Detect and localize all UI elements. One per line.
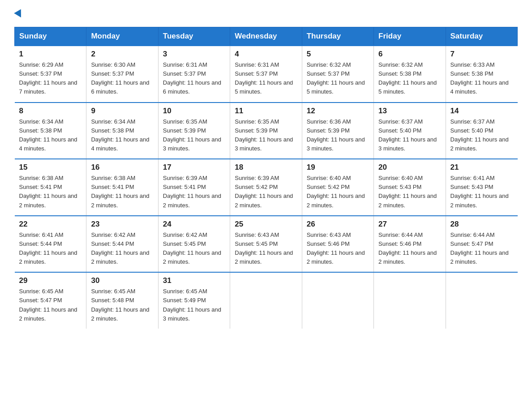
- day-info: Sunrise: 6:41 AMSunset: 5:43 PMDaylight:…: [450, 174, 513, 210]
- day-number: 11: [235, 107, 297, 116]
- calendar-cell: 9Sunrise: 6:34 AMSunset: 5:38 PMDaylight…: [86, 103, 158, 159]
- calendar-cell: 24Sunrise: 6:42 AMSunset: 5:45 PMDayligh…: [158, 216, 230, 273]
- day-info: Sunrise: 6:38 AMSunset: 5:41 PMDaylight:…: [19, 174, 82, 210]
- calendar-cell: [446, 272, 517, 329]
- day-info: Sunrise: 6:31 AMSunset: 5:37 PMDaylight:…: [163, 60, 225, 97]
- day-info: Sunrise: 6:40 AMSunset: 5:43 PMDaylight:…: [378, 174, 441, 210]
- day-info: Sunrise: 6:43 AMSunset: 5:46 PMDaylight:…: [307, 231, 369, 267]
- day-info: Sunrise: 6:32 AMSunset: 5:37 PMDaylight:…: [307, 60, 369, 97]
- day-info: Sunrise: 6:39 AMSunset: 5:41 PMDaylight:…: [163, 174, 225, 210]
- calendar-cell: 10Sunrise: 6:35 AMSunset: 5:39 PMDayligh…: [158, 103, 230, 159]
- header-monday: Monday: [86, 27, 158, 46]
- calendar-cell: 23Sunrise: 6:42 AMSunset: 5:44 PMDayligh…: [86, 216, 158, 273]
- day-number: 15: [19, 163, 82, 172]
- day-info: Sunrise: 6:44 AMSunset: 5:46 PMDaylight:…: [378, 231, 441, 267]
- day-number: 16: [91, 163, 153, 172]
- header-thursday: Thursday: [302, 27, 373, 46]
- calendar-cell: 13Sunrise: 6:37 AMSunset: 5:40 PMDayligh…: [374, 103, 446, 159]
- day-number: 12: [307, 107, 369, 116]
- calendar-cell: 17Sunrise: 6:39 AMSunset: 5:41 PMDayligh…: [158, 159, 230, 216]
- day-number: 5: [307, 50, 369, 59]
- day-number: 3: [163, 50, 225, 59]
- day-info: Sunrise: 6:45 AMSunset: 5:48 PMDaylight:…: [91, 287, 153, 323]
- calendar-cell: 5Sunrise: 6:32 AMSunset: 5:37 PMDaylight…: [302, 46, 373, 103]
- day-number: 23: [91, 220, 153, 229]
- calendar-cell: 21Sunrise: 6:41 AMSunset: 5:43 PMDayligh…: [446, 159, 517, 216]
- header-saturday: Saturday: [446, 27, 517, 46]
- calendar-cell: 18Sunrise: 6:39 AMSunset: 5:42 PMDayligh…: [230, 159, 302, 216]
- day-info: Sunrise: 6:41 AMSunset: 5:44 PMDaylight:…: [19, 231, 82, 267]
- day-info: Sunrise: 6:40 AMSunset: 5:42 PMDaylight:…: [307, 174, 369, 210]
- day-number: 18: [235, 163, 297, 172]
- calendar-cell: 30Sunrise: 6:45 AMSunset: 5:48 PMDayligh…: [86, 272, 158, 329]
- day-info: Sunrise: 6:30 AMSunset: 5:37 PMDaylight:…: [91, 60, 153, 97]
- calendar-cell: 31Sunrise: 6:45 AMSunset: 5:49 PMDayligh…: [158, 272, 230, 329]
- day-number: 13: [378, 107, 441, 116]
- day-number: 4: [235, 50, 297, 59]
- calendar-cell: [374, 272, 446, 329]
- calendar-cell: 29Sunrise: 6:45 AMSunset: 5:47 PMDayligh…: [15, 272, 86, 329]
- day-number: 19: [307, 163, 369, 172]
- header-friday: Friday: [374, 27, 446, 46]
- day-info: Sunrise: 6:35 AMSunset: 5:39 PMDaylight:…: [235, 117, 297, 154]
- day-info: Sunrise: 6:36 AMSunset: 5:39 PMDaylight:…: [307, 117, 369, 154]
- calendar-cell: 4Sunrise: 6:31 AMSunset: 5:37 PMDaylight…: [230, 46, 302, 103]
- page-header: [14, 11, 518, 20]
- week-row-3: 15Sunrise: 6:38 AMSunset: 5:41 PMDayligh…: [15, 159, 518, 216]
- day-info: Sunrise: 6:42 AMSunset: 5:45 PMDaylight:…: [163, 231, 225, 267]
- calendar-cell: 14Sunrise: 6:37 AMSunset: 5:40 PMDayligh…: [446, 103, 517, 159]
- header-sunday: Sunday: [15, 27, 86, 46]
- week-row-2: 8Sunrise: 6:34 AMSunset: 5:38 PMDaylight…: [15, 103, 518, 159]
- week-row-4: 22Sunrise: 6:41 AMSunset: 5:44 PMDayligh…: [15, 216, 518, 273]
- day-info: Sunrise: 6:42 AMSunset: 5:44 PMDaylight:…: [91, 231, 153, 267]
- day-number: 17: [163, 163, 225, 172]
- day-info: Sunrise: 6:43 AMSunset: 5:45 PMDaylight:…: [235, 231, 297, 267]
- day-number: 20: [378, 163, 441, 172]
- calendar-cell: 20Sunrise: 6:40 AMSunset: 5:43 PMDayligh…: [374, 159, 446, 216]
- calendar-cell: 2Sunrise: 6:30 AMSunset: 5:37 PMDaylight…: [86, 46, 158, 103]
- day-info: Sunrise: 6:37 AMSunset: 5:40 PMDaylight:…: [450, 117, 513, 154]
- day-number: 31: [163, 276, 225, 285]
- calendar-cell: 19Sunrise: 6:40 AMSunset: 5:42 PMDayligh…: [302, 159, 373, 216]
- calendar-cell: [230, 272, 302, 329]
- calendar-header-row: SundayMondayTuesdayWednesdayThursdayFrid…: [15, 27, 518, 46]
- day-number: 14: [450, 107, 513, 116]
- calendar-cell: 28Sunrise: 6:44 AMSunset: 5:47 PMDayligh…: [446, 216, 517, 273]
- calendar-cell: 7Sunrise: 6:33 AMSunset: 5:38 PMDaylight…: [446, 46, 517, 103]
- day-number: 26: [307, 220, 369, 229]
- day-info: Sunrise: 6:37 AMSunset: 5:40 PMDaylight:…: [378, 117, 441, 154]
- day-number: 27: [378, 220, 441, 229]
- calendar-cell: 12Sunrise: 6:36 AMSunset: 5:39 PMDayligh…: [302, 103, 373, 159]
- calendar-table: SundayMondayTuesdayWednesdayThursdayFrid…: [14, 27, 518, 329]
- calendar-cell: 8Sunrise: 6:34 AMSunset: 5:38 PMDaylight…: [15, 103, 86, 159]
- calendar-cell: [302, 272, 373, 329]
- day-info: Sunrise: 6:35 AMSunset: 5:39 PMDaylight:…: [163, 117, 225, 154]
- logo-triangle-icon: [14, 9, 25, 20]
- day-info: Sunrise: 6:39 AMSunset: 5:42 PMDaylight:…: [235, 174, 297, 210]
- calendar-cell: 1Sunrise: 6:29 AMSunset: 5:37 PMDaylight…: [15, 46, 86, 103]
- day-number: 1: [19, 50, 82, 59]
- day-number: 7: [450, 50, 513, 59]
- day-info: Sunrise: 6:38 AMSunset: 5:41 PMDaylight:…: [91, 174, 153, 210]
- calendar-cell: 6Sunrise: 6:32 AMSunset: 5:38 PMDaylight…: [374, 46, 446, 103]
- day-info: Sunrise: 6:34 AMSunset: 5:38 PMDaylight:…: [91, 117, 153, 154]
- day-number: 10: [163, 107, 225, 116]
- day-number: 9: [91, 107, 153, 116]
- calendar-cell: 3Sunrise: 6:31 AMSunset: 5:37 PMDaylight…: [158, 46, 230, 103]
- day-info: Sunrise: 6:29 AMSunset: 5:37 PMDaylight:…: [19, 60, 82, 97]
- header-wednesday: Wednesday: [230, 27, 302, 46]
- calendar-cell: 16Sunrise: 6:38 AMSunset: 5:41 PMDayligh…: [86, 159, 158, 216]
- day-number: 8: [19, 107, 82, 116]
- calendar-cell: 15Sunrise: 6:38 AMSunset: 5:41 PMDayligh…: [15, 159, 86, 216]
- calendar-cell: 27Sunrise: 6:44 AMSunset: 5:46 PMDayligh…: [374, 216, 446, 273]
- calendar-cell: 26Sunrise: 6:43 AMSunset: 5:46 PMDayligh…: [302, 216, 373, 273]
- day-info: Sunrise: 6:32 AMSunset: 5:38 PMDaylight:…: [378, 60, 441, 97]
- day-number: 6: [378, 50, 441, 59]
- day-number: 28: [450, 220, 513, 229]
- day-info: Sunrise: 6:44 AMSunset: 5:47 PMDaylight:…: [450, 231, 513, 267]
- day-info: Sunrise: 6:45 AMSunset: 5:47 PMDaylight:…: [19, 287, 82, 323]
- calendar-cell: 22Sunrise: 6:41 AMSunset: 5:44 PMDayligh…: [15, 216, 86, 273]
- day-number: 29: [19, 276, 82, 285]
- calendar-cell: 25Sunrise: 6:43 AMSunset: 5:45 PMDayligh…: [230, 216, 302, 273]
- header-tuesday: Tuesday: [158, 27, 230, 46]
